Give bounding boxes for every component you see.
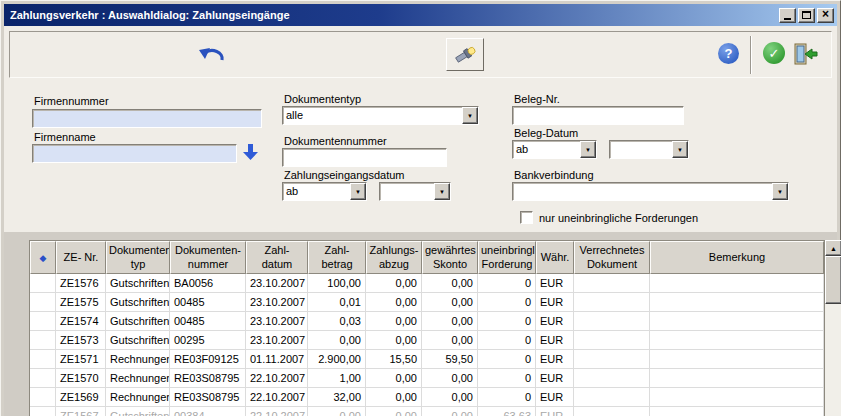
table-cell[interactable]: 0,00 <box>366 388 422 407</box>
vertical-scrollbar[interactable]: ▲ <box>825 240 841 416</box>
table-cell[interactable]: EUR <box>536 350 574 369</box>
table-cell[interactable]: 2.900,00 <box>308 350 366 369</box>
table-cell[interactable]: EUR <box>536 312 574 331</box>
table-cell[interactable]: ZE1571 <box>56 350 106 369</box>
table-cell[interactable]: Rechnungen <box>106 350 170 369</box>
table-cell[interactable]: 0 <box>478 293 536 312</box>
table-cell[interactable]: ZE1570 <box>56 369 106 388</box>
table-cell[interactable] <box>30 350 56 369</box>
table-row[interactable]: ZE1571RechnungenRE03F0912501.11.20072.90… <box>30 350 824 369</box>
column-header[interactable]: ◆ <box>30 241 56 274</box>
table-cell[interactable]: 0,00 <box>366 312 422 331</box>
table-cell[interactable]: 01.11.2007 <box>246 350 308 369</box>
table-cell[interactable]: 0,00 <box>422 331 478 350</box>
table-cell[interactable] <box>574 331 650 350</box>
table-cell[interactable]: Rechnungen <box>106 388 170 407</box>
table-cell[interactable] <box>650 388 824 407</box>
table-cell[interactable]: 0,00 <box>422 274 478 293</box>
chevron-down-icon[interactable]: ▼ <box>580 141 596 158</box>
table-cell[interactable] <box>574 388 650 407</box>
firmenname-input[interactable] <box>32 144 237 163</box>
table-cell[interactable] <box>30 274 56 293</box>
column-header[interactable]: Verrechnetes Dokument <box>574 241 650 274</box>
column-header[interactable]: Zahl- betrag <box>308 241 366 274</box>
beleg-datum-date-select[interactable]: ▼ <box>609 140 689 159</box>
table-row[interactable]: ZE1567Gutschriften0038422.10.20070,000,0… <box>30 407 824 416</box>
table-row[interactable]: ZE1575Gutschriften0048523.10.20070,010,0… <box>30 293 824 312</box>
undo-icon[interactable] <box>198 43 226 69</box>
search-button[interactable] <box>446 38 484 71</box>
confirm-icon[interactable]: ✓ <box>763 42 785 64</box>
table-cell[interactable]: 0,00 <box>308 407 366 416</box>
scrollbar-thumb[interactable] <box>825 256 841 304</box>
table-cell[interactable] <box>574 350 650 369</box>
table-cell[interactable]: 0,00 <box>422 369 478 388</box>
chevron-down-icon[interactable]: ▼ <box>462 107 478 124</box>
minimize-button[interactable] <box>779 8 796 23</box>
table-cell[interactable] <box>30 369 56 388</box>
table-cell[interactable] <box>574 293 650 312</box>
table-cell[interactable]: 0 <box>478 274 536 293</box>
table-cell[interactable]: 0 <box>478 388 536 407</box>
table-cell[interactable]: 0,01 <box>308 293 366 312</box>
table-cell[interactable] <box>650 331 824 350</box>
uneinbringliche-checkbox[interactable] <box>520 211 533 224</box>
table-cell[interactable]: 0,00 <box>422 312 478 331</box>
table-cell[interactable]: EUR <box>536 274 574 293</box>
column-header[interactable]: ZE- Nr. <box>56 241 106 274</box>
table-cell[interactable]: 15,50 <box>366 350 422 369</box>
table-cell[interactable]: 22.10.2007 <box>246 369 308 388</box>
column-header[interactable]: Währ. <box>536 241 574 274</box>
table-row[interactable]: ZE1574Gutschriften0048523.10.20070,030,0… <box>30 312 824 331</box>
table-cell[interactable]: 0,00 <box>366 293 422 312</box>
column-header[interactable]: Dokumenten- nummer <box>170 241 246 274</box>
table-cell[interactable]: 0,00 <box>422 407 478 416</box>
table-cell[interactable]: ZE1574 <box>56 312 106 331</box>
chevron-down-icon[interactable]: ▼ <box>350 183 366 200</box>
table-cell[interactable]: 0 <box>478 331 536 350</box>
table-cell[interactable]: RE03F09125 <box>170 350 246 369</box>
table-cell[interactable] <box>574 369 650 388</box>
table-cell[interactable]: 32,00 <box>308 388 366 407</box>
table-row[interactable]: ZE1576GutschriftenBA005623.10.2007100,00… <box>30 274 824 293</box>
column-header[interactable]: gewährtes Skonto <box>422 241 478 274</box>
chevron-down-icon[interactable]: ▼ <box>672 141 688 158</box>
column-header[interactable]: Bemerkung <box>650 241 824 274</box>
table-cell[interactable] <box>650 369 824 388</box>
table-cell[interactable]: 23.10.2007 <box>246 331 308 350</box>
table-cell[interactable]: ZE1576 <box>56 274 106 293</box>
table-cell[interactable]: ZE1573 <box>56 331 106 350</box>
table-cell[interactable]: Gutschriften <box>106 331 170 350</box>
table-cell[interactable]: Gutschriften <box>106 312 170 331</box>
table-cell[interactable]: 0,03 <box>308 312 366 331</box>
chevron-down-icon[interactable]: ▼ <box>434 183 450 200</box>
column-header[interactable]: Zahl- datum <box>246 241 308 274</box>
table-cell[interactable]: Gutschriften <box>106 407 170 416</box>
table-cell[interactable]: EUR <box>536 293 574 312</box>
table-cell[interactable]: EUR <box>536 388 574 407</box>
table-cell[interactable]: 0,00 <box>366 407 422 416</box>
table-cell[interactable] <box>30 312 56 331</box>
table-cell[interactable] <box>650 407 824 416</box>
table-cell[interactable]: 00485 <box>170 312 246 331</box>
table-cell[interactable]: 0,00 <box>366 331 422 350</box>
table-cell[interactable]: 00295 <box>170 331 246 350</box>
column-header[interactable]: Dokumenten- typ <box>106 241 170 274</box>
table-cell[interactable]: EUR <box>536 407 574 416</box>
table-cell[interactable]: 22.10.2007 <box>246 388 308 407</box>
table-cell[interactable]: Rechnungen <box>106 369 170 388</box>
table-cell[interactable]: 0 <box>478 312 536 331</box>
column-header[interactable]: Zahlungs- abzug <box>366 241 422 274</box>
table-cell[interactable]: 0,00 <box>366 274 422 293</box>
table-cell[interactable]: Gutschriften <box>106 274 170 293</box>
table-cell[interactable] <box>574 407 650 416</box>
sort-diamond-icon[interactable]: ◆ <box>40 253 47 263</box>
table-cell[interactable]: 00485 <box>170 293 246 312</box>
firmennummer-input[interactable] <box>32 109 262 128</box>
chevron-down-icon[interactable]: ▼ <box>772 183 788 200</box>
table-cell[interactable]: BA0056 <box>170 274 246 293</box>
table-cell[interactable]: Gutschriften <box>106 293 170 312</box>
table-cell[interactable] <box>574 312 650 331</box>
table-cell[interactable]: 1,00 <box>308 369 366 388</box>
beleg-datum-op-select[interactable]: ab ▼ <box>512 140 597 159</box>
